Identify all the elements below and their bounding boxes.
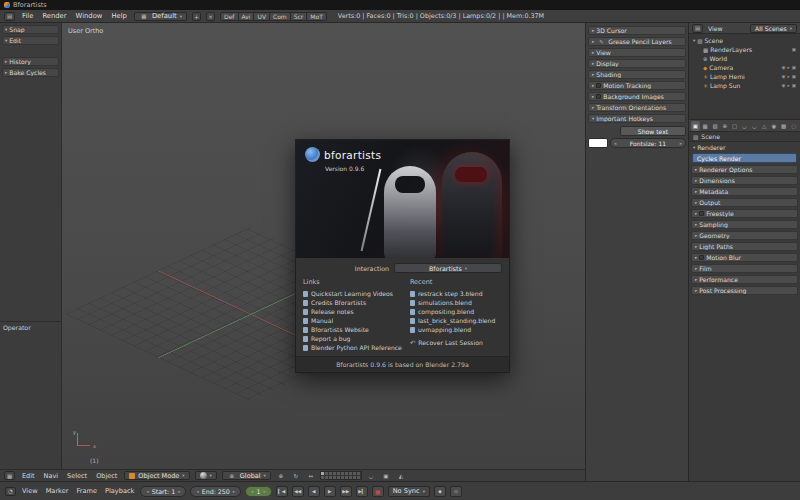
outliner-row-world[interactable]: ⊕ World [691,54,798,63]
link-item[interactable]: Manual [303,316,402,325]
panel-background-images[interactable]: ▸Background Images [588,92,686,101]
recover-last-session[interactable]: ↶Recover Last Session [410,338,502,347]
layout-tab-uv[interactable]: UV [253,12,270,21]
slider-right-arrow-icon[interactable]: ▸ [680,141,682,146]
prev-keyframe-button[interactable]: ◀◀ [292,486,304,497]
play-reverse-button[interactable]: ◀ [308,486,320,497]
slider-left-arrow-icon[interactable]: ◂ [146,489,148,494]
link-item[interactable]: Quickstart Learning Videos [303,289,402,298]
outliner-scope-dropdown[interactable]: All Scenes ▾ [750,24,797,33]
record-button[interactable]: ● [372,486,384,497]
frame-end-field[interactable]: ◂ End: 250 ▸ [190,486,241,497]
checkbox[interactable] [699,255,704,260]
panel-film[interactable]: ▸Film [691,264,798,273]
render-ogl-icon[interactable]: ▣ [381,471,391,480]
delete-keyframe-button[interactable]: ◇ [450,486,462,497]
layout-tab-def[interactable]: Def [220,12,238,21]
panel-renderer-options[interactable]: ▸Renderer Options [691,165,798,174]
panel-view[interactable]: ▸View [588,48,686,57]
tab-physics-icon[interactable]: ◌ [789,121,798,131]
link-item[interactable]: Blender Python API Reference [303,343,402,352]
slider-right-arrow-icon[interactable]: ▸ [178,489,180,494]
checkbox[interactable] [699,211,704,216]
tab-data-icon[interactable]: △ [760,121,769,131]
frame-start-field[interactable]: ◂ Start: 1 ▸ [140,486,186,497]
timeline-menu-playback[interactable]: Playback [103,487,136,495]
layout-tab-com[interactable]: Com [269,12,291,21]
layer-grid[interactable] [321,472,361,479]
slider-right-arrow-icon[interactable]: ▸ [233,489,235,494]
timeline-editor-icon[interactable]: ◔ [5,487,16,496]
recent-file-item[interactable]: compositing.blend [410,307,502,316]
info-editor-icon[interactable]: ▤ [4,12,15,21]
current-frame-field[interactable]: ◂ 1 ▸ [245,486,272,497]
menu-object[interactable]: Object [94,472,119,480]
menu-select[interactable]: Select [65,472,89,480]
tab-scene-icon[interactable]: ▨ [711,121,720,131]
slider-left-arrow-icon[interactable]: ◂ [196,489,198,494]
toolshelf-panel-history[interactable]: ▸History [2,57,59,66]
panel-freestyle[interactable]: ▸Freestyle [691,209,798,218]
tab-texture-icon[interactable]: ▩ [779,121,788,131]
tab-render-layers-icon[interactable]: ▦ [701,121,710,131]
checkbox[interactable] [596,94,601,99]
tab-material-icon[interactable]: ◉ [770,121,779,131]
layout-tab-avi[interactable]: Avi [238,12,255,21]
menu-window[interactable]: Window [74,12,105,20]
add-layout-button[interactable]: + [192,12,201,21]
render-anim-icon[interactable]: ◭ [396,471,406,480]
splash-artwork[interactable]: bforartists Version 0.9.6 [296,140,509,258]
fontsize-slider[interactable]: ◂ Fontsize: 11 ▸ [610,138,686,148]
link-item[interactable]: Credits Bforartists [303,298,402,307]
panel-geometry[interactable]: ▸Geometry [691,231,798,240]
interaction-preset-dropdown[interactable]: Bforartists ▾ [394,263,502,273]
tab-world-icon[interactable]: ⊕ [720,121,729,131]
panel-dimensions[interactable]: ▸Dimensions [691,176,798,185]
scale-manipulator-icon[interactable]: ↔ [306,471,316,480]
delete-layout-button[interactable]: × [206,12,215,21]
slider-left-arrow-icon[interactable]: ◂ [614,141,616,146]
panel-sampling[interactable]: ▸Sampling [691,220,798,229]
recent-file-item[interactable]: simulations.blend [410,298,502,307]
recent-file-item[interactable]: uvmapping.blend [410,325,502,334]
menu-help[interactable]: Help [109,12,129,20]
recent-file-item[interactable]: last_brick_standing.blend [410,316,502,325]
play-button[interactable]: ▶ [324,486,336,497]
toolshelf-panel-edit[interactable]: ▾Edit [2,36,59,45]
checkbox[interactable] [596,83,601,88]
panel-output[interactable]: ▸Output [691,198,798,207]
insert-keyframe-button[interactable]: ◆ [434,486,446,497]
tab-object-icon[interactable]: ▢ [730,121,739,131]
render-engine-dropdown[interactable]: Cycles Render [692,153,797,163]
renderer-section-header[interactable]: ▾ Renderer [689,143,800,152]
toolshelf-panel-bake-cycles[interactable]: ▸Bake Cycles [2,68,59,77]
panel-important-hotkeys[interactable]: ▾Important Hotkeys [588,114,686,123]
panel-motion-tracking[interactable]: ▸Motion Tracking [588,81,686,90]
slider-left-arrow-icon[interactable]: ◂ [251,489,253,494]
panel-grease-pencil[interactable]: ▸✎Grease Pencil Layers [588,37,686,46]
link-item[interactable]: Bforartists Website [303,325,402,334]
menu-navi[interactable]: Navi [42,472,61,480]
tab-modifiers-icon[interactable]: ◡ [750,121,759,131]
sync-dropdown[interactable]: No Sync ▾ [388,486,430,497]
toolshelf-panel-snap[interactable]: ▾Snap [2,25,59,34]
outliner-row-lamp-hemi[interactable]: ☀ Lamp Hemi ◉▸▣ [691,72,798,81]
slider-right-arrow-icon[interactable]: ▸ [263,489,265,494]
tab-render-icon[interactable]: ▣ [691,121,700,131]
panel-display[interactable]: ▸Display [588,59,686,68]
layout-selector[interactable]: ▦ Default ▾ [134,12,187,21]
show-text-button[interactable]: Show text [620,126,686,136]
panel-metadata[interactable]: ▸Metadata [691,187,798,196]
recent-file-item[interactable]: restrack step 3.blend [410,289,502,298]
outliner-row-lamp-sun[interactable]: ☀ Lamp Sun ◉▸▣ [691,81,798,90]
menu-render[interactable]: Render [40,12,68,20]
panel-shading[interactable]: ▸Shading [588,70,686,79]
timeline-menu-view[interactable]: View [20,487,40,495]
panel-motion-blur[interactable]: ▸Motion Blur [691,253,798,262]
outliner-row-renderlayers[interactable]: ▦ RenderLayers ▣ [691,45,798,54]
panel-3d-cursor[interactable]: ▸3D Cursor [588,26,686,35]
link-item[interactable]: Report a bug [303,334,402,343]
outliner-view-menu[interactable]: View [706,25,725,32]
layout-tab-mot[interactable]: MoT [306,12,327,21]
timeline-menu-frame[interactable]: Frame [74,487,99,495]
